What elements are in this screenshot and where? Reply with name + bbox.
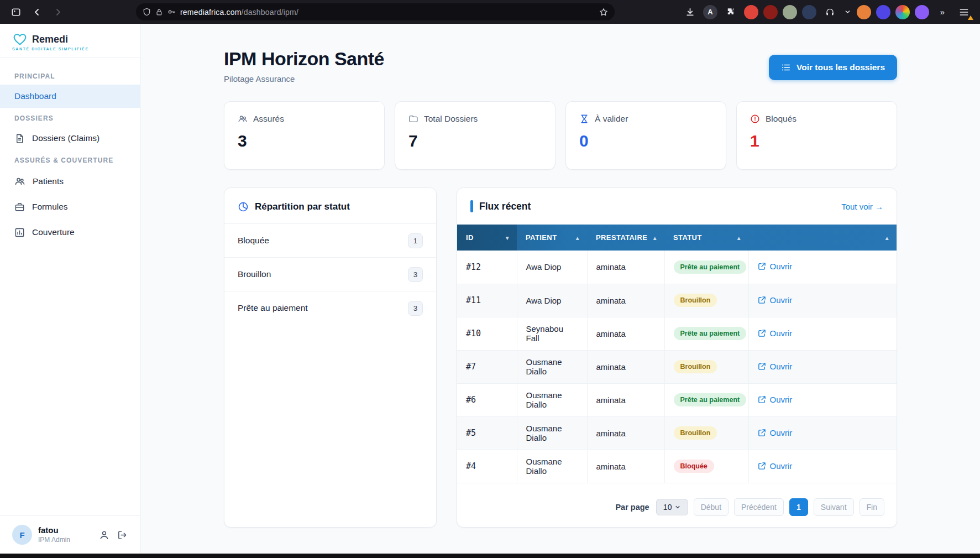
sidebar-item-label: Dossiers (Claims) bbox=[32, 133, 99, 143]
extension-a-icon[interactable]: A bbox=[703, 5, 717, 19]
firefox-view-icon[interactable] bbox=[8, 4, 24, 20]
open-link[interactable]: Ouvrir bbox=[758, 461, 793, 471]
sort-asc-icon: ▲ bbox=[736, 234, 742, 241]
shield-icon[interactable] bbox=[143, 8, 151, 16]
status-badge: Prête au paiement bbox=[674, 327, 747, 340]
sort-asc-icon: ▲ bbox=[652, 234, 658, 241]
primary-button-label: Voir tous les dossiers bbox=[796, 62, 885, 72]
open-link[interactable]: Ouvrir bbox=[758, 295, 793, 305]
url-bar[interactable]: remediafrica.com/dashboard/ipm/ bbox=[136, 3, 615, 20]
extension-colorwheel-icon[interactable] bbox=[895, 5, 910, 19]
logo-area: Remedi SANTÉ DIGITALE SIMPLIFIÉE bbox=[0, 24, 140, 58]
stat-card-total-dossiers: Total Dossiers 7 bbox=[395, 101, 555, 170]
external-link-icon bbox=[758, 329, 766, 337]
briefcase-icon bbox=[14, 202, 25, 212]
download-icon[interactable] bbox=[682, 4, 698, 20]
sidebar-item-dashboard[interactable]: Dashboard bbox=[0, 85, 140, 108]
pagination-page-1-button[interactable]: 1 bbox=[789, 498, 808, 516]
main-content: IPM Horizon Santé Pilotage Assurance Voi… bbox=[140, 24, 980, 554]
logout-icon[interactable] bbox=[117, 530, 128, 540]
external-link-icon bbox=[758, 462, 766, 470]
table-row: #6 Ousmane Diallo aminata Prête au paiem… bbox=[457, 383, 897, 416]
sidebar-item-dossiers[interactable]: Dossiers (Claims) bbox=[0, 127, 140, 150]
open-link[interactable]: Ouvrir bbox=[758, 395, 793, 404]
headphones-icon[interactable] bbox=[821, 4, 838, 20]
window-bottom-edge bbox=[0, 554, 980, 558]
pagination-prev-button[interactable]: Précédent bbox=[734, 498, 784, 516]
cell-id: #6 bbox=[457, 383, 517, 416]
cell-patient: Seynabou Fall bbox=[517, 317, 587, 350]
bookmark-star-icon[interactable] bbox=[599, 8, 608, 17]
column-header-prestataire[interactable]: PRESTATAIRE▲ bbox=[587, 225, 664, 251]
open-link[interactable]: Ouvrir bbox=[758, 362, 793, 371]
external-link-icon bbox=[758, 395, 766, 404]
extension-indigo-icon[interactable] bbox=[876, 5, 890, 19]
stats-row: Assurés 3 Total Dossiers 7 À bbox=[224, 101, 897, 170]
pagination-first-button[interactable]: Début bbox=[694, 498, 729, 516]
cell-prestataire: aminata bbox=[587, 350, 664, 383]
cell-prestataire: aminata bbox=[587, 284, 664, 317]
back-button[interactable] bbox=[29, 4, 45, 20]
see-all-link[interactable]: Tout voir → bbox=[841, 202, 883, 211]
profile-icon[interactable] bbox=[99, 530, 109, 540]
lock-icon[interactable] bbox=[155, 8, 163, 16]
pagination-last-button[interactable]: Fin bbox=[860, 498, 884, 516]
sidebar-item-couverture[interactable]: Couverture bbox=[0, 220, 140, 245]
column-header-patient[interactable]: PATIENT▲ bbox=[517, 225, 587, 251]
status-badge: Prête au paiement bbox=[674, 260, 747, 274]
sidebar-item-label: Patients bbox=[33, 176, 64, 186]
list-icon bbox=[781, 62, 791, 72]
voir-tous-dossiers-button[interactable]: Voir tous les dossiers bbox=[769, 55, 897, 80]
external-link-icon bbox=[758, 362, 766, 371]
menu-hamburger-icon[interactable] bbox=[956, 4, 972, 20]
users-icon bbox=[238, 114, 248, 124]
user-name: fatou bbox=[38, 525, 70, 536]
extension-darkred-icon[interactable] bbox=[763, 5, 778, 19]
column-header-actions[interactable]: ▲ bbox=[748, 225, 897, 251]
extensions-puzzle-icon[interactable] bbox=[722, 4, 739, 20]
status-count-badge: 3 bbox=[408, 267, 423, 282]
chevron-down-icon[interactable] bbox=[843, 4, 852, 20]
sidebar-item-label: Couverture bbox=[32, 227, 75, 237]
pie-chart-icon bbox=[238, 201, 249, 212]
extension-red-icon[interactable] bbox=[744, 5, 758, 19]
cell-id: #5 bbox=[457, 416, 517, 450]
users-icon bbox=[14, 176, 25, 187]
extension-violet-icon[interactable] bbox=[915, 5, 929, 19]
extension-navy-icon[interactable] bbox=[802, 5, 816, 19]
status-panel-title: Répartition par statut bbox=[255, 201, 350, 212]
key-icon[interactable] bbox=[167, 8, 176, 16]
cell-id: #11 bbox=[457, 284, 517, 317]
avatar: F bbox=[12, 525, 32, 545]
url-path: /dashboard/ipm/ bbox=[242, 8, 298, 17]
alert-circle-icon bbox=[750, 114, 760, 124]
flux-table: ID▼ PATIENT▲ PRESTATAIRE▲ STATUT▲ ▲ #12 … bbox=[457, 225, 897, 483]
status-item-label: Bloquée bbox=[238, 236, 269, 246]
external-link-icon bbox=[758, 296, 766, 304]
overflow-chevrons-icon[interactable]: » bbox=[934, 4, 951, 20]
recent-flux-panel: Flux récent Tout voir → ID▼ PATIENT▲ PRE… bbox=[457, 187, 897, 528]
stat-value: 0 bbox=[579, 132, 712, 150]
column-header-statut[interactable]: STATUT▲ bbox=[664, 225, 748, 251]
accent-bar bbox=[470, 200, 473, 212]
stat-card-bloques: Bloqués 1 bbox=[736, 101, 897, 170]
per-page-select[interactable]: 10 bbox=[656, 499, 688, 515]
extension-orange-icon[interactable] bbox=[857, 5, 871, 19]
sidebar-item-patients[interactable]: Patients bbox=[0, 169, 140, 194]
url-text: remediafrica.com/dashboard/ipm/ bbox=[180, 8, 595, 17]
extension-sage-icon[interactable] bbox=[783, 5, 797, 19]
column-header-id[interactable]: ID▼ bbox=[457, 225, 517, 251]
per-page-label: Par page bbox=[615, 503, 649, 512]
open-link[interactable]: Ouvrir bbox=[758, 328, 793, 338]
sort-asc-icon: ▲ bbox=[575, 234, 580, 241]
forward-button[interactable] bbox=[50, 4, 66, 20]
open-link[interactable]: Ouvrir bbox=[758, 262, 793, 271]
sidebar-item-formules[interactable]: Formules bbox=[0, 194, 140, 220]
open-link[interactable]: Ouvrir bbox=[758, 428, 793, 437]
pagination-next-button[interactable]: Suivant bbox=[814, 498, 854, 516]
page-subtitle: Pilotage Assurance bbox=[224, 74, 384, 84]
stat-value: 3 bbox=[238, 132, 371, 150]
section-dossiers: DOSSIERS bbox=[0, 108, 140, 127]
url-domain: remediafrica.com bbox=[180, 8, 242, 17]
browser-toolbar: remediafrica.com/dashboard/ipm/ A » bbox=[0, 0, 980, 24]
